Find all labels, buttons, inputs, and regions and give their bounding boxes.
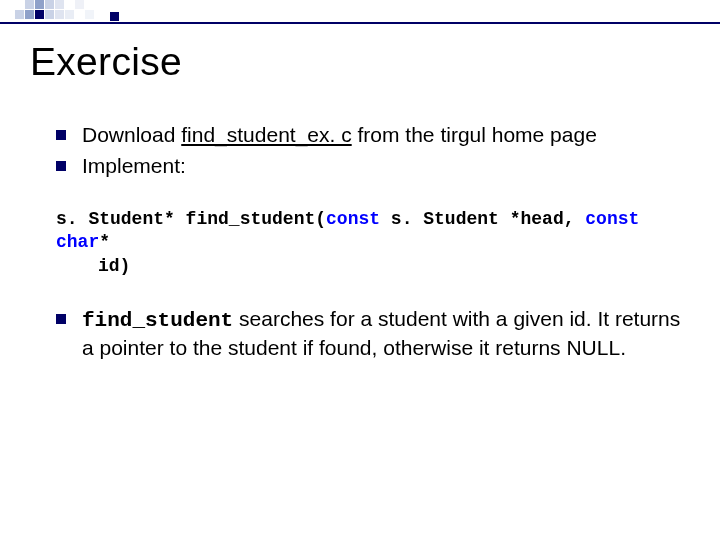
decor-square — [85, 10, 94, 19]
decor-square — [25, 0, 34, 9]
decor-square — [75, 0, 84, 9]
bullet-text-post: from the tirgul home page — [352, 123, 597, 146]
code-seg: * — [99, 232, 110, 252]
bullet-icon — [56, 130, 66, 140]
bullet-text-pre: Download — [82, 123, 181, 146]
decor-square — [45, 10, 54, 19]
file-link[interactable]: find_student_ex. c — [181, 123, 351, 146]
slide-content: Exercise Download find_student_ex. c fro… — [30, 40, 690, 366]
code-line: s. Student* find_student(const s. Studen… — [56, 208, 690, 255]
decor-square — [55, 10, 64, 19]
bullet-text: Download find_student_ex. c from the tir… — [82, 122, 690, 149]
code-keyword: const — [585, 209, 639, 229]
decor-square — [110, 12, 119, 21]
code-keyword: char — [56, 232, 99, 252]
bullet-item: Implement: — [30, 153, 690, 180]
code-seg: id) — [56, 255, 130, 278]
code-line: id) — [56, 255, 690, 278]
decor-square — [35, 10, 44, 19]
code-block: s. Student* find_student(const s. Studen… — [30, 208, 690, 278]
bullet-icon — [56, 161, 66, 171]
code-seg: s. Student *head, — [380, 209, 585, 229]
decor-square — [55, 0, 64, 9]
decor-square — [25, 10, 34, 19]
code-keyword: const — [326, 209, 380, 229]
inline-code: find_student — [82, 309, 233, 332]
decor-square — [65, 10, 74, 19]
bullet-text: Implement: — [82, 153, 690, 180]
slide-title: Exercise — [30, 40, 690, 84]
decor-square — [35, 0, 44, 9]
bullet-item: Download find_student_ex. c from the tir… — [30, 122, 690, 149]
decor-square — [45, 0, 54, 9]
code-seg: s. Student* find_student( — [56, 209, 326, 229]
header-separator — [0, 22, 720, 24]
bullet-item: find_student searches for a student with… — [30, 306, 690, 362]
header-decoration — [0, 0, 720, 22]
bullet-icon — [56, 314, 66, 324]
decor-square — [15, 10, 24, 19]
bullet-text: find_student searches for a student with… — [82, 306, 690, 362]
